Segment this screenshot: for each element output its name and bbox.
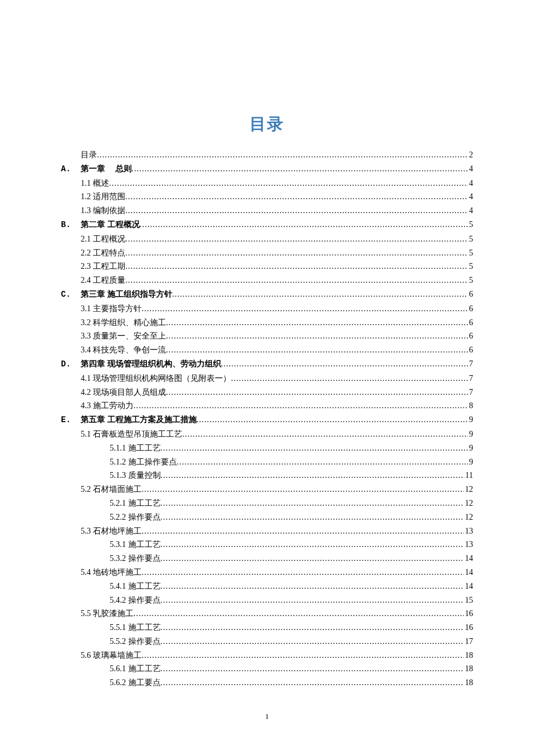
toc-label: 5.1.3 质量控制 xyxy=(110,469,161,483)
toc-page-number: 14 xyxy=(464,566,473,579)
table-of-contents: 目录......................................… xyxy=(61,148,473,690)
toc-leader-dots: ........................................… xyxy=(134,607,464,621)
toc-label: 5.5.1 施工工艺 xyxy=(110,621,161,635)
toc-page-number: 11 xyxy=(464,469,473,483)
toc-leader-dots: ........................................… xyxy=(172,287,468,301)
toc-leader-dots: ........................................… xyxy=(166,386,468,399)
toc-entry: 5.3 石材地坪施工..............................… xyxy=(61,524,473,538)
toc-label: 5.3.2 操作要点 xyxy=(110,552,161,566)
toc-label: 第二章 工程概况 xyxy=(81,218,140,232)
toc-entry: 4.2 现场项目部人员组成...........................… xyxy=(61,386,473,399)
toc-entry: 3.1 主要指导方针..............................… xyxy=(61,302,473,316)
toc-leader-dots: ........................................… xyxy=(125,273,468,287)
toc-entry: 2.2 工程特点................................… xyxy=(61,246,473,260)
page-number: 1 xyxy=(0,712,534,721)
toc-page-number: 16 xyxy=(464,607,473,621)
toc-marker: C. xyxy=(61,288,81,302)
toc-label: 2.2 工程特点 xyxy=(81,246,125,260)
toc-page-number: 2 xyxy=(468,148,473,162)
toc-label: 4.1 现场管理组织机构网络图（见附表一） xyxy=(81,372,231,386)
toc-label: 1.1 概述 xyxy=(81,177,109,190)
toc-entry: C.第三章 施工组织指导方针 .........................… xyxy=(61,287,473,302)
toc-leader-dots: ........................................… xyxy=(132,162,468,176)
toc-page-number: 5 xyxy=(468,273,473,287)
toc-entry: 5.5.2 操作要点..............................… xyxy=(61,635,473,649)
toc-entry: 5.3.2 操作要点..............................… xyxy=(61,552,473,566)
toc-leader-dots: ........................................… xyxy=(161,593,464,607)
toc-label: 第三章 施工组织指导方针 xyxy=(81,287,172,301)
toc-label: 5.1 石膏板造型吊顶施工工艺 xyxy=(81,427,182,441)
toc-label: 5.2.1 施工工艺 xyxy=(110,496,161,510)
page-title: 目录 xyxy=(61,113,473,135)
toc-entry: 5.6 玻璃幕墙施工..............................… xyxy=(61,649,473,663)
toc-leader-dots: ........................................… xyxy=(197,413,468,427)
toc-entry: 2.3 工程工期................................… xyxy=(61,260,473,273)
toc-label: 第五章 工程施工方案及施工措施 xyxy=(81,413,197,427)
toc-entry: 5.1.2 施工操作要点 ...........................… xyxy=(61,455,473,469)
toc-label: 5.6.1 施工工艺 xyxy=(110,662,161,676)
toc-leader-dots: ........................................… xyxy=(142,566,464,579)
toc-label: 5.4.1 施工工艺 xyxy=(110,579,161,593)
toc-label: 5.1.2 施工操作要点 xyxy=(110,455,177,469)
toc-page-number: 5 xyxy=(468,232,473,246)
toc-label: 4.2 现场项目部人员组成 xyxy=(81,386,166,399)
toc-leader-dots: ........................................… xyxy=(161,662,464,676)
toc-page-number: 17 xyxy=(464,635,473,649)
toc-entry: 5.6.2 施工要点..............................… xyxy=(61,676,473,690)
toc-marker: B. xyxy=(61,218,81,232)
toc-page-number: 5 xyxy=(468,260,473,273)
toc-page-number: 18 xyxy=(464,676,473,690)
toc-page-number: 6 xyxy=(468,287,473,301)
toc-page-number: 5 xyxy=(468,246,473,260)
toc-entry: 5.3.1 施工工艺..............................… xyxy=(61,538,473,552)
toc-marker: D. xyxy=(61,358,81,372)
toc-leader-dots: ........................................… xyxy=(221,357,468,371)
toc-label: 5.1.1 施工工艺 xyxy=(110,441,161,455)
toc-entry: 5.4 地砖地坪施工..............................… xyxy=(61,566,473,579)
toc-leader-dots: ........................................… xyxy=(109,177,468,190)
toc-page-number: 12 xyxy=(464,483,473,496)
toc-leader-dots: ........................................… xyxy=(125,232,468,246)
toc-page-number: 7 xyxy=(468,386,473,399)
toc-label: 3.4 科技先导、争创一流 xyxy=(81,343,166,357)
toc-label: 3.1 主要指导方针 xyxy=(81,302,142,316)
toc-entry: 4.3 施工劳动力...............................… xyxy=(61,399,473,413)
toc-page-number: 9 xyxy=(468,413,473,427)
toc-leader-dots: ........................................… xyxy=(177,455,468,469)
toc-page-number: 4 xyxy=(468,190,473,204)
toc-page-number: 6 xyxy=(468,302,473,316)
toc-entry: 1.1 概述..................................… xyxy=(61,177,473,190)
toc-page-number: 13 xyxy=(464,538,473,552)
toc-page-number: 5 xyxy=(468,218,473,232)
toc-page-number: 8 xyxy=(468,399,473,413)
toc-page-number: 12 xyxy=(464,510,473,524)
toc-entry: 3.4 科技先导、争创一流...........................… xyxy=(61,343,473,357)
toc-entry: B.第二章 工程概况 .............................… xyxy=(61,218,473,232)
toc-entry: 2.4 工程质量................................… xyxy=(61,273,473,287)
toc-page-number: 4 xyxy=(468,177,473,190)
toc-label: 5.3 石材地坪施工 xyxy=(81,524,142,538)
toc-page-number: 12 xyxy=(464,496,473,510)
toc-leader-dots: ........................................… xyxy=(161,579,464,593)
toc-page-number: 4 xyxy=(468,204,473,218)
toc-page-number: 14 xyxy=(464,579,473,593)
toc-leader-dots: ........................................… xyxy=(142,649,464,663)
toc-page-number: 6 xyxy=(468,316,473,330)
toc-entry: 5.2.1 施工工艺..............................… xyxy=(61,496,473,510)
toc-label: 3.2 科学组织、精心施工 xyxy=(81,316,166,330)
toc-page-number: 18 xyxy=(464,649,473,663)
toc-leader-dots: ........................................… xyxy=(161,621,464,635)
toc-label: 5.2 石材墙面施工 xyxy=(81,483,142,496)
toc-leader-dots: ........................................… xyxy=(161,469,464,483)
toc-label: 目录 xyxy=(81,148,97,162)
toc-entry: 4.1 现场管理组织机构网络图（见附表一）...................… xyxy=(61,372,473,386)
toc-entry: A.第一章 总则................................… xyxy=(61,162,473,177)
toc-label: 5.3.1 施工工艺 xyxy=(110,538,161,552)
toc-entry: 1.2 适用范围................................… xyxy=(61,190,473,204)
toc-leader-dots: ........................................… xyxy=(125,204,468,218)
toc-leader-dots: ........................................… xyxy=(142,302,468,316)
toc-label: 2.1 工程概况 xyxy=(81,232,125,246)
toc-entry: 5.1.1 施工工艺..............................… xyxy=(61,441,473,455)
toc-page-number: 13 xyxy=(464,524,473,538)
toc-marker: A. xyxy=(61,163,81,177)
